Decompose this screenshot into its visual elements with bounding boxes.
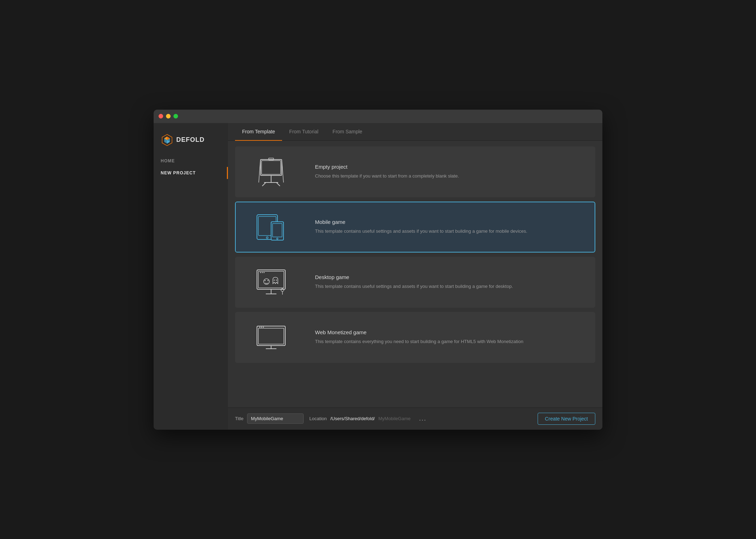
template-list: Empty project Choose this template if yo… (228, 141, 602, 407)
sidebar-nav: HOME NEW PROJECT (154, 155, 228, 179)
titlebar (154, 110, 602, 123)
title-field: Title (235, 413, 304, 424)
svg-rect-21 (258, 271, 284, 288)
svg-rect-6 (262, 161, 281, 174)
svg-point-28 (265, 280, 266, 281)
svg-line-9 (262, 182, 266, 186)
template-info-desktop: Desktop game This template contains usef… (307, 267, 595, 297)
svg-rect-35 (258, 328, 284, 344)
traffic-lights (159, 114, 178, 118)
bottom-bar: Title Location /Users/Shared/defold/MyMo… (228, 407, 602, 430)
location-path: /Users/Shared/defold/ (330, 416, 375, 421)
tab-from-template[interactable]: From Template (235, 123, 282, 141)
svg-rect-5 (260, 160, 282, 175)
template-card-mobile[interactable]: Mobile game This template contains usefu… (235, 202, 595, 253)
svg-point-36 (259, 326, 260, 328)
template-desc-web: This template contains everything you ne… (315, 338, 586, 345)
create-new-project-button[interactable]: Create New Project (538, 413, 595, 425)
window-body: DEFOLD HOME NEW PROJECT From Template Fr… (154, 123, 602, 430)
web-game-icon (253, 323, 289, 352)
svg-line-10 (276, 182, 280, 186)
svg-rect-11 (269, 158, 274, 160)
template-card-desktop[interactable]: Desktop game This template contains usef… (235, 257, 595, 308)
logo-area: DEFOLD (154, 129, 228, 155)
maximize-button[interactable] (173, 114, 178, 118)
tabs-header: From Template From Tutorial From Sample (228, 123, 602, 141)
svg-point-38 (263, 326, 264, 328)
template-info-mobile: Mobile game This template contains usefu… (307, 212, 595, 242)
location-dim: MyMobileGame (378, 416, 411, 421)
svg-point-16 (267, 237, 268, 238)
empty-project-icon (253, 156, 289, 188)
template-title-web: Web Monetized game (315, 329, 586, 335)
template-card-web[interactable]: Web Monetized game This template contain… (235, 312, 595, 363)
svg-point-26 (264, 272, 265, 273)
template-icon-mobile (236, 202, 307, 252)
svg-point-29 (268, 280, 269, 281)
template-desc-mobile: This template contains useful settings a… (315, 228, 586, 235)
svg-point-25 (262, 272, 263, 273)
mobile-game-icon (252, 209, 291, 245)
app-window: DEFOLD HOME NEW PROJECT From Template Fr… (154, 110, 602, 430)
template-desc-desktop: This template contains useful settings a… (315, 283, 586, 290)
template-info-empty: Empty project Choose this template if yo… (307, 157, 595, 187)
svg-point-37 (261, 326, 262, 328)
template-title-mobile: Mobile game (315, 219, 586, 225)
template-icon-web (236, 313, 307, 362)
svg-rect-20 (257, 270, 285, 289)
template-icon-desktop (236, 257, 307, 307)
minimize-button[interactable] (166, 114, 171, 118)
main-content: From Template From Tutorial From Sample (228, 123, 602, 430)
template-desc-empty: Choose this template if you want to star… (315, 173, 586, 180)
tab-from-tutorial[interactable]: From Tutorial (282, 123, 325, 141)
template-title-desktop: Desktop game (315, 274, 586, 280)
sidebar: DEFOLD HOME NEW PROJECT (154, 123, 228, 430)
svg-point-30 (274, 279, 275, 280)
svg-rect-17 (271, 222, 284, 240)
template-card-empty[interactable]: Empty project Choose this template if yo… (235, 146, 595, 197)
logo-text: DEFOLD (176, 136, 205, 144)
svg-point-31 (276, 279, 277, 280)
sidebar-item-home[interactable]: HOME (154, 155, 228, 167)
template-icon-empty (236, 147, 307, 197)
desktop-game-icon (252, 265, 291, 300)
location-label: Location (309, 416, 327, 421)
svg-point-24 (260, 272, 261, 273)
svg-rect-34 (257, 326, 285, 346)
title-input[interactable] (247, 413, 304, 424)
close-button[interactable] (159, 114, 163, 118)
sidebar-item-new-project[interactable]: NEW PROJECT (154, 167, 228, 179)
template-info-web: Web Monetized game This template contain… (307, 322, 595, 352)
more-button[interactable]: ... (416, 413, 429, 424)
template-title-empty: Empty project (315, 164, 586, 170)
defold-logo-icon (161, 134, 173, 146)
title-label: Title (235, 416, 244, 421)
tab-from-sample[interactable]: From Sample (326, 123, 370, 141)
location-field: Location /Users/Shared/defold/MyMobileGa… (309, 416, 411, 421)
